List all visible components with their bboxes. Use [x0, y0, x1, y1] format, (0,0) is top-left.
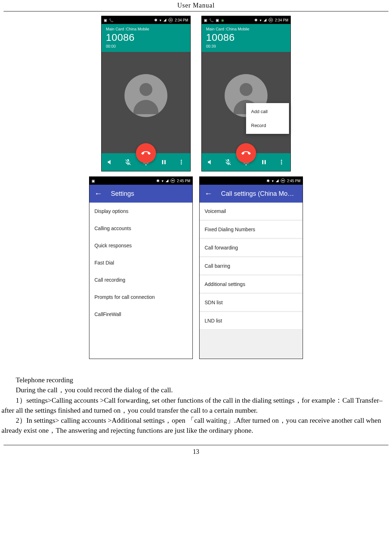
- call-body: Add call Record: [202, 52, 290, 153]
- mute-button[interactable]: [222, 156, 235, 169]
- list-item[interactable]: LND list: [200, 312, 303, 330]
- call-number: 10086: [106, 32, 186, 43]
- list-item[interactable]: Display options: [89, 203, 192, 220]
- status-bar: ▣ 📞 ✱ ▾ 2:34 PM: [102, 16, 190, 24]
- hangup-button[interactable]: [136, 143, 156, 163]
- status-bar: ▣ 📞 ▣ ◉ ✱ ▾ 2:34 PM: [202, 16, 290, 24]
- list-item[interactable]: Prompts for call connection: [89, 288, 192, 306]
- more-button[interactable]: [175, 156, 188, 169]
- list-item[interactable]: Quick responses: [89, 237, 192, 254]
- speaker-button[interactable]: [204, 156, 217, 169]
- bluetooth-icon: ✱: [154, 18, 157, 23]
- wifi-icon: ▾: [272, 179, 274, 183]
- app-bar: ← Call settings (China Mo…: [200, 185, 303, 203]
- app-bar-title: Call settings (China Mo…: [221, 190, 294, 198]
- hold-button[interactable]: [258, 156, 270, 169]
- paragraph: During the call，you could record the dia…: [1, 385, 391, 395]
- alarm-icon: ▣: [104, 18, 107, 22]
- screenshot-settings-b: ✱ ▾ 2:45 PM ← Call settings (China Mo… V…: [199, 176, 303, 359]
- carrier-label: Main Card :China Mobile: [206, 27, 286, 31]
- paragraph: 1）settings>Calling accounts >Call forwar…: [1, 396, 391, 416]
- list-item[interactable]: Calling accounts: [89, 220, 192, 237]
- phone-icon: 📞: [109, 18, 113, 22]
- menu-add-call[interactable]: Add call: [246, 105, 289, 118]
- more-button[interactable]: [275, 156, 288, 169]
- screenshot-row-bottom: ▣ ✱ ▾ 2:45 PM ← Settings Display options…: [0, 176, 392, 359]
- wifi-icon: ▾: [162, 179, 163, 183]
- list-item[interactable]: SDN list: [200, 294, 303, 311]
- call-info-panel: Main Card :China Mobile 10086 00:00: [102, 24, 190, 52]
- contact-avatar: [124, 74, 167, 117]
- speaker-button[interactable]: [104, 156, 117, 169]
- menu-record[interactable]: Record: [246, 118, 289, 132]
- mute-button[interactable]: [122, 156, 134, 169]
- screenshot-call-a: ▣ 📞 ✱ ▾ 2:34 PM Main Card :China Mobile …: [101, 16, 191, 171]
- clock-text: 2:34 PM: [175, 18, 188, 22]
- screenshot-icon: ▣: [92, 179, 95, 183]
- screenshot-call-b: ▣ 📞 ▣ ◉ ✱ ▾ 2:34 PM Main Card :China Mob…: [201, 16, 291, 171]
- app-bar: ← Settings: [89, 185, 192, 203]
- page-header: User Manual: [0, 2, 392, 9]
- call-timer: 00:00: [106, 44, 186, 48]
- bluetooth-icon: ✱: [266, 179, 270, 183]
- app-icon: ◉: [221, 18, 224, 22]
- phone-icon: 📞: [209, 18, 214, 22]
- signal-icon: [276, 179, 279, 182]
- hangup-button[interactable]: [236, 143, 256, 163]
- dnd-icon: [269, 18, 273, 22]
- list-item[interactable]: Fast Dial: [89, 254, 192, 271]
- clock-text: 2:34 PM: [275, 18, 288, 22]
- wifi-icon: ▾: [260, 18, 261, 22]
- dnd-icon: [171, 179, 175, 183]
- bluetooth-icon: ✱: [254, 18, 258, 23]
- paragraph: 2）In settings> calling accounts >Additio…: [1, 416, 391, 436]
- header-rule: [4, 11, 388, 11]
- settings-list-b: Voicemail Fixed Dialing Numbers Call for…: [200, 203, 303, 359]
- clock-text: 2:45 PM: [287, 179, 300, 183]
- signal-icon: [166, 179, 168, 182]
- screenshot-row-top: ▣ 📞 ✱ ▾ 2:34 PM Main Card :China Mobile …: [0, 16, 392, 171]
- list-item[interactable]: Voicemail: [200, 203, 303, 220]
- clock-text: 2:45 PM: [177, 179, 190, 183]
- carrier-label: Main Card :China Mobile: [106, 27, 186, 31]
- body-text: Telephone recording During the call，you …: [0, 375, 392, 436]
- status-bar: ✱ ▾ 2:45 PM: [200, 177, 303, 185]
- signal-icon: [163, 19, 166, 21]
- dnd-icon: [281, 179, 285, 183]
- call-timer: 00:39: [206, 44, 286, 48]
- footer-rule: [4, 445, 388, 445]
- settings-list-a: Display options Calling accounts Quick r…: [89, 203, 192, 359]
- hold-button[interactable]: [157, 156, 170, 169]
- list-item[interactable]: Call forwarding: [200, 239, 303, 257]
- screenshot-icon: ▣: [216, 18, 219, 22]
- bluetooth-icon: ✱: [156, 179, 160, 183]
- app-bar-title: Settings: [111, 190, 134, 198]
- call-number: 10086: [206, 32, 286, 43]
- screenshot-settings-a: ▣ ✱ ▾ 2:45 PM ← Settings Display options…: [89, 176, 193, 359]
- section-heading: Telephone recording: [1, 375, 391, 385]
- list-item[interactable]: Fixed Dialing Numbers: [200, 221, 303, 238]
- wifi-icon: ▾: [160, 18, 161, 22]
- more-menu-popup: Add call Record: [246, 103, 289, 134]
- call-info-panel: Main Card :China Mobile 10086 00:39: [202, 24, 290, 52]
- list-item[interactable]: CallFireWall: [89, 306, 192, 323]
- signal-icon: [264, 19, 266, 21]
- status-bar: ▣ ✱ ▾ 2:45 PM: [89, 177, 192, 185]
- back-button[interactable]: ←: [94, 189, 102, 198]
- document-page: User Manual ▣ 📞 ✱ ▾ 2:34 PM Main Card :C: [0, 2, 392, 466]
- list-item[interactable]: Additional settings: [200, 276, 303, 293]
- alarm-icon: ▣: [204, 18, 207, 22]
- call-body: [102, 52, 190, 153]
- page-number: 13: [0, 448, 392, 456]
- list-item[interactable]: Call recording: [89, 271, 192, 288]
- list-item[interactable]: Call barring: [200, 257, 303, 275]
- back-button[interactable]: ←: [205, 189, 212, 198]
- dnd-icon: [168, 18, 173, 22]
